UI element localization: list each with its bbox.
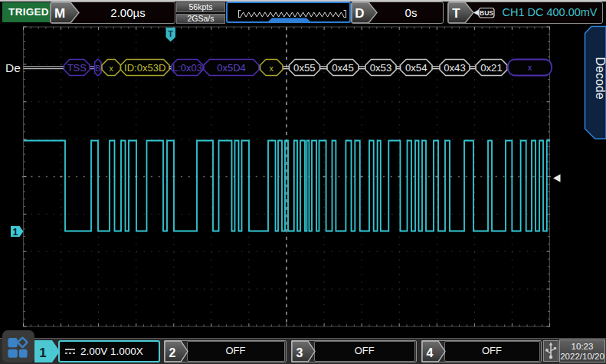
svg-text:3: 3 [296, 346, 303, 359]
svg-text:1: 1 [13, 227, 18, 238]
svg-text:0x45: 0x45 [332, 62, 354, 74]
svg-text:D: D [355, 6, 364, 21]
svg-text:2: 2 [169, 346, 175, 359]
svg-text:BUS: BUS [480, 9, 493, 17]
svg-text:De: De [5, 61, 21, 74]
svg-text:4: 4 [426, 346, 433, 359]
svg-text:B: B [95, 64, 100, 73]
svg-text:0x5D4: 0x5D4 [217, 62, 246, 74]
svg-text:ID:0x53D: ID:0x53D [124, 62, 165, 74]
svg-text:0x55: 0x55 [293, 62, 316, 74]
svg-text:x: x [528, 63, 532, 72]
svg-text:T: T [168, 29, 173, 38]
svg-text:0x21: 0x21 [480, 62, 503, 74]
svg-text:T: T [452, 6, 460, 21]
svg-text:1: 1 [39, 346, 46, 360]
svg-text:x: x [110, 64, 114, 73]
svg-text:0x54: 0x54 [405, 62, 427, 74]
svg-text:0x53: 0x53 [370, 62, 392, 74]
svg-text:0x43: 0x43 [444, 62, 466, 74]
svg-text:M: M [54, 6, 64, 21]
svg-text:Decode: Decode [594, 57, 606, 99]
svg-text:TSS: TSS [67, 62, 87, 74]
svg-text:x: x [270, 64, 274, 73]
svg-text:L:0x03: L:0x03 [172, 62, 202, 74]
